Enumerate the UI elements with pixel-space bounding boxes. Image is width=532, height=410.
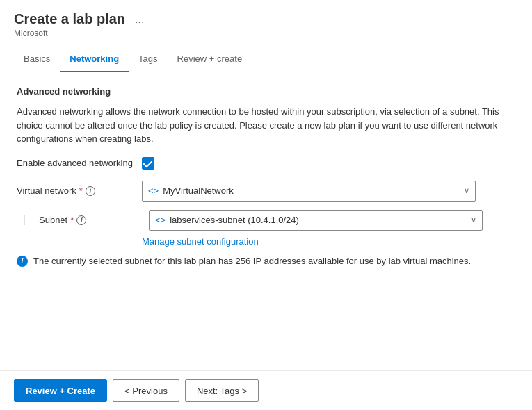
info-circle-icon: i xyxy=(17,256,28,267)
tab-basics[interactable]: Basics xyxy=(14,47,60,72)
next-button[interactable]: Next: Tags > xyxy=(185,379,259,402)
info-banner: i The currently selected subnet for this… xyxy=(17,255,503,268)
enable-advanced-networking-checkbox[interactable] xyxy=(142,157,154,170)
review-create-button[interactable]: Review + Create xyxy=(14,379,107,402)
tab-review-create[interactable]: Review + create xyxy=(168,47,252,72)
subnet-info-icon[interactable]: i xyxy=(76,215,86,225)
subnet-value: labservices-subnet (10.4.1.0/24) xyxy=(170,215,299,225)
network-fields: Virtual network * i <> MyVirtualNetwork … xyxy=(17,181,515,247)
main-content: Advanced networking Advanced networking … xyxy=(0,72,532,370)
page-subtitle: Microsoft xyxy=(14,28,518,38)
tab-tags[interactable]: Tags xyxy=(129,47,167,72)
footer: Review + Create < Previous Next: Tags > xyxy=(0,370,532,410)
subnet-chevron-icon: ∨ xyxy=(471,215,476,224)
manage-subnet-link[interactable]: Manage subnet configuration xyxy=(142,236,515,247)
virtual-network-required: * xyxy=(79,186,83,196)
ellipsis-menu-button[interactable]: ... xyxy=(131,12,148,27)
subnet-icon: <> xyxy=(155,215,166,225)
enable-networking-label: Enable advanced networking xyxy=(17,158,142,168)
virtual-network-chevron-icon: ∨ xyxy=(464,186,469,195)
virtual-network-label: Virtual network xyxy=(17,186,76,196)
virtual-network-dropdown[interactable]: <> MyVirtualNetwork ∨ xyxy=(142,181,476,202)
virtual-network-row: Virtual network * i <> MyVirtualNetwork … xyxy=(17,181,515,202)
tab-networking[interactable]: Networking xyxy=(60,47,129,72)
section-title: Advanced networking xyxy=(17,86,515,97)
subnet-dropdown[interactable]: <> labservices-subnet (10.4.1.0/24) ∨ xyxy=(149,210,483,231)
virtual-network-value: MyVirtualNetwork xyxy=(163,186,234,196)
subnet-label: Subnet xyxy=(39,215,67,225)
enable-networking-row: Enable advanced networking xyxy=(17,157,515,170)
previous-button[interactable]: < Previous xyxy=(113,379,179,402)
page-title: Create a lab plan xyxy=(14,11,125,27)
tabs-bar: Basics Networking Tags Review + create xyxy=(0,47,532,72)
section-description: Advanced networking allows the network c… xyxy=(17,105,503,146)
subnet-required: * xyxy=(70,215,74,225)
info-banner-text: The currently selected subnet for this l… xyxy=(33,255,471,268)
virtual-network-label-container: Virtual network * i xyxy=(17,186,142,196)
network-icon: <> xyxy=(148,186,159,196)
virtual-network-info-icon[interactable]: i xyxy=(86,186,95,196)
